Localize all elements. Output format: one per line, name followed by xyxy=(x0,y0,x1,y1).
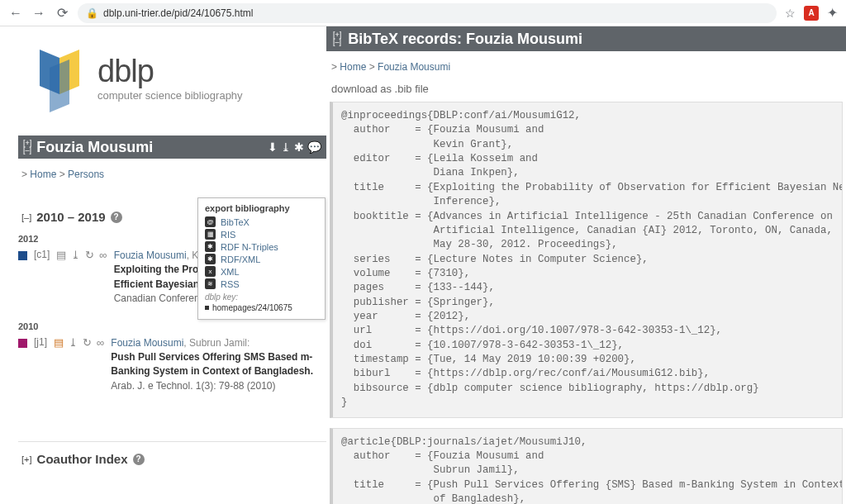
coauthor-index-header[interactable]: [+] Coauthor Index ? xyxy=(21,452,326,466)
expand-coauthor-icon[interactable]: [+] xyxy=(21,454,32,464)
download-bib-link[interactable]: download as .bib file xyxy=(331,83,846,95)
popup-heading: export bibliography xyxy=(205,203,318,213)
pub-cite-icon[interactable]: ↻ xyxy=(85,249,94,307)
bibtex-entry-1[interactable]: @inproceedings{DBLP:conf/ai/MousumiG12, … xyxy=(330,102,843,418)
dblp-key-label: dblp key: xyxy=(205,292,318,302)
bibtex-entry-2[interactable]: @article{DBLP:journals/iajet/MousumiJ10,… xyxy=(330,428,843,504)
load-icon[interactable]: ⤓ xyxy=(281,140,291,154)
comment-icon[interactable]: 💬 xyxy=(307,140,321,154)
rdf-icon: ✱ xyxy=(205,241,216,252)
publication-j1: [j1] ▤ ⤓ ↻ ∞ Fouzia Mousumi, Subrun Jami… xyxy=(18,336,326,394)
decade-help-icon[interactable]: ? xyxy=(111,212,122,223)
expand-collapse-bib[interactable]: [+][–] xyxy=(333,31,341,46)
pub-share-icon[interactable]: ∞ xyxy=(97,336,104,394)
address-bar[interactable]: 🔒 dblp.uni-trier.de/pid/24/10675.html xyxy=(78,3,777,23)
pub-share-icon[interactable]: ∞ xyxy=(99,249,107,307)
bibtex-title: BibTeX records: Fouzia Mousumi xyxy=(348,31,582,48)
xml-icon: x xyxy=(205,266,216,277)
year-2010: 2010 xyxy=(18,321,326,331)
author-name: Fouzia Mousumi xyxy=(36,139,153,156)
logo-subtitle: computer science bibliography xyxy=(97,89,243,102)
svg-marker-2 xyxy=(50,59,69,112)
logo-title: dblp xyxy=(97,54,243,89)
breadcrumb: > Home > Persons xyxy=(21,169,326,180)
crumb-home[interactable]: Home xyxy=(30,169,56,180)
export-rdfxml[interactable]: ✱RDF/XML xyxy=(205,254,318,264)
share-icon[interactable]: ✱ xyxy=(294,140,304,154)
pub-key: [j1] xyxy=(34,336,47,394)
export-bibtex[interactable]: @BibTeX xyxy=(205,216,318,227)
pub-venue[interactable]: Arab. J. e Technol. 1(3): 79-88 (2010) xyxy=(111,380,275,392)
bibtex-breadcrumb: > Home > Fouzia Mousumi xyxy=(331,61,846,73)
pub-type-square-conf xyxy=(18,251,27,260)
export-xml[interactable]: xXML xyxy=(205,266,318,277)
rss-icon: ≋ xyxy=(205,278,216,289)
pub-page-icon[interactable]: ▤ xyxy=(54,336,64,394)
export-bibliography-popup: export bibliography @BibTeX ▦RIS ✱RDF N-… xyxy=(197,197,326,320)
export-rss[interactable]: ≋RSS xyxy=(205,278,318,289)
pub-type-square-journal xyxy=(18,339,27,348)
back-button[interactable]: ← xyxy=(8,6,23,21)
bibtex-pane: [+][–] BibTeX records: Fouzia Mousumi > … xyxy=(326,26,846,504)
download-icon[interactable]: ⬇ xyxy=(268,140,278,154)
url-text: dblp.uni-trier.de/pid/24/10675.html xyxy=(103,7,253,19)
extensions-icon[interactable]: ✦ xyxy=(827,5,838,21)
decade-label: 2010 – 2019 xyxy=(36,210,105,224)
dblp-logo[interactable]: dblp computer science bibliography xyxy=(30,43,326,112)
pub-author-link[interactable]: Fouzia Mousumi xyxy=(114,250,187,261)
rdf-icon: ✱ xyxy=(205,254,216,264)
export-rdf-nt[interactable]: ✱RDF N-Triples xyxy=(205,241,318,252)
export-ris[interactable]: ▦RIS xyxy=(205,229,318,240)
left-pane: dblp computer science bibliography [+][–… xyxy=(0,26,326,504)
dblp-key-value[interactable]: homepages/24/10675 xyxy=(205,303,318,312)
bibtex-header-bar: [+][–] BibTeX records: Fouzia Mousumi xyxy=(326,26,846,51)
pdf-extension-icon[interactable]: A xyxy=(804,6,819,21)
forward-button[interactable]: → xyxy=(31,6,46,21)
collapse-decade-icon[interactable]: [–] xyxy=(21,212,31,222)
dblp-logo-mark xyxy=(30,43,89,112)
section-divider xyxy=(18,441,326,442)
crumb-persons[interactable]: Persons xyxy=(68,169,104,180)
lock-icon: 🔒 xyxy=(86,7,98,19)
pub-cite-icon[interactable]: ↻ xyxy=(83,336,92,394)
bib-crumb-name[interactable]: Fouzia Mousumi xyxy=(378,61,450,73)
pub-author-link[interactable]: Fouzia Mousumi xyxy=(111,337,183,349)
file-icon: ▦ xyxy=(205,229,216,240)
bib-crumb-home[interactable]: Home xyxy=(340,61,366,73)
browser-toolbar: ← → ⟳ 🔒 dblp.uni-trier.de/pid/24/10675.h… xyxy=(0,0,846,26)
author-header-bar: [+][–] Fouzia Mousumi ⬇ ⤓ ✱ 💬 xyxy=(18,136,326,159)
bullet-icon xyxy=(205,306,209,310)
pub-download-icon[interactable]: ⤓ xyxy=(69,336,78,394)
pub-page-icon[interactable]: ▤ xyxy=(56,249,66,307)
coauthor-index-label: Coauthor Index xyxy=(37,452,128,466)
bookmark-star-icon[interactable]: ☆ xyxy=(785,7,796,20)
at-icon: @ xyxy=(205,216,216,227)
reload-button[interactable]: ⟳ xyxy=(55,6,69,21)
pub-key: [c1] xyxy=(34,249,50,307)
pub-download-icon[interactable]: ⤓ xyxy=(71,249,80,307)
coauthor-help-icon[interactable]: ? xyxy=(133,454,145,465)
pub-title: Push Pull Services Offering SMS Based m-… xyxy=(111,351,313,377)
expand-collapse-all[interactable]: [+][–] xyxy=(23,140,31,155)
